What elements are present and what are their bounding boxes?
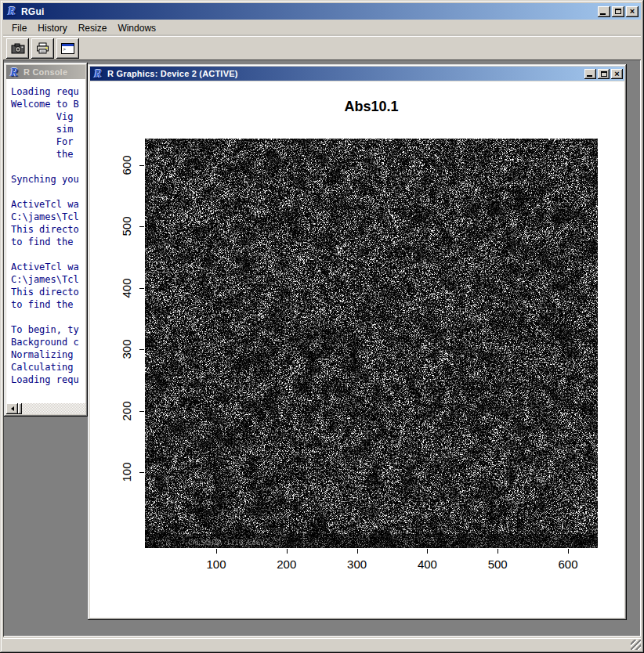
console-line: Loading requ: [11, 85, 85, 98]
console-line: C:\james\Tcl: [11, 273, 85, 286]
maximize-button[interactable]: [612, 6, 624, 17]
x-axis-tick: [216, 549, 217, 554]
y-axis-tick: [139, 165, 144, 166]
maximize-icon: [601, 71, 607, 77]
close-icon: ×: [614, 70, 619, 78]
console-line: Synching you: [11, 173, 85, 186]
graphics-maximize-button[interactable]: [598, 69, 610, 79]
menu-file[interactable]: File: [6, 21, 32, 35]
x-axis-tick: [568, 549, 569, 554]
console-line: [11, 248, 85, 261]
x-axis-tick-label: 300: [340, 557, 374, 571]
minimize-icon: [587, 75, 592, 77]
graphics-minimize-button[interactable]: [584, 69, 596, 79]
y-axis-tick: [139, 411, 144, 412]
console-line: to find the: [11, 236, 85, 248]
main-titlebar[interactable]: R RGui ×: [3, 3, 641, 20]
console-line: ActiveTcl wa: [11, 261, 85, 273]
y-axis-tick: [139, 472, 144, 473]
console-titlebar[interactable]: R R Console: [6, 65, 85, 79]
y-axis-tick-label: 600: [120, 148, 132, 182]
minimize-icon: [600, 13, 606, 15]
console-text[interactable]: Loading requWelcome to B Vig sim For the…: [6, 79, 85, 403]
menubar: File History Resize Windows: [3, 20, 641, 36]
scroll-left-button[interactable]: [6, 403, 18, 414]
y-axis-tick-label: 200: [120, 394, 132, 428]
console-window-title: R Console: [24, 67, 67, 77]
graphics-close-button[interactable]: ×: [611, 69, 623, 79]
r-logo-icon: R: [8, 67, 20, 78]
graphics-device-body: Abs10.1 10020030040050060010020030040050…: [90, 81, 624, 618]
console-button[interactable]: >: [56, 38, 79, 59]
y-axis-tick-label: 400: [120, 271, 132, 305]
r-logo-icon: R: [5, 5, 18, 17]
x-axis-tick: [427, 549, 428, 554]
minimize-button[interactable]: [598, 6, 610, 17]
x-axis-tick-label: 400: [410, 557, 444, 571]
graphics-window-title: R Graphics: Device 2 (ACTIVE): [107, 69, 238, 78]
console-line: Loading requ: [11, 373, 85, 386]
x-axis-tick: [287, 549, 288, 554]
console-line: Vig: [11, 110, 85, 123]
console-line: ActiveTcl wa: [11, 198, 85, 211]
y-axis-tick: [139, 288, 144, 289]
scroll-left-arrow-icon: [11, 406, 14, 411]
console-line: C:\james\Tcl: [11, 211, 85, 223]
console-line: [11, 311, 85, 323]
console-line: For: [11, 135, 85, 148]
console-line: the: [11, 148, 85, 161]
plot-area: Abs10.1 10020030040050060010020030040050…: [90, 81, 624, 618]
y-axis-tick-label: 500: [120, 209, 132, 244]
x-axis-tick: [497, 549, 498, 554]
y-axis-tick: [139, 226, 144, 227]
x-axis-tick-label: 200: [270, 557, 304, 571]
graphics-window: R R Graphics: Device 2 (ACTIVE) × Abs10.…: [88, 64, 627, 620]
status-bar: [3, 638, 641, 650]
toolbar: >: [3, 36, 641, 60]
r-logo-icon: R: [92, 68, 104, 80]
console-line: Background c: [11, 336, 85, 348]
x-axis-tick-label: 600: [551, 557, 585, 571]
y-axis-tick: [139, 349, 144, 350]
console-line: This directo: [11, 286, 85, 298]
print-button[interactable]: [31, 38, 54, 59]
menu-history[interactable]: History: [32, 21, 72, 35]
mdi-client-area: R R Console Loading requWelcome to B Vig…: [3, 60, 641, 637]
plot-title: Abs10.1: [145, 99, 598, 115]
maximize-icon: [615, 9, 621, 14]
camera-icon: [11, 43, 25, 54]
console-horizontal-scrollbar[interactable]: [6, 403, 85, 414]
copy-to-clipboard-button[interactable]: [6, 38, 29, 59]
console-line: [11, 186, 85, 198]
svg-text:>: >: [63, 45, 67, 51]
console-line: sim: [11, 123, 85, 135]
console-line: Welcome to B: [11, 98, 85, 110]
console-window: R R Console Loading requWelcome to B Vig…: [4, 63, 88, 417]
x-axis-tick-label: 100: [199, 557, 233, 571]
menu-resize[interactable]: Resize: [73, 21, 113, 35]
x-axis-tick-label: 500: [480, 557, 515, 571]
resize-grip-icon[interactable]: [631, 640, 641, 650]
menu-windows[interactable]: Windows: [112, 21, 161, 35]
console-line: This directo: [11, 223, 85, 236]
console-line: Normalizing: [11, 348, 85, 361]
graphics-titlebar[interactable]: R R Graphics: Device 2 (ACTIVE) ×: [90, 67, 624, 81]
y-axis-tick-label: 300: [120, 332, 132, 366]
console-line: to find the: [11, 298, 85, 311]
scrollbar-track[interactable]: [22, 403, 85, 414]
microarray-image: [145, 139, 598, 548]
printer-icon: [36, 42, 50, 54]
rgui-main-window: R RGui × File History Resize Windows: [0, 0, 644, 653]
y-axis-tick-label: 100: [120, 455, 132, 489]
x-axis-tick: [357, 549, 358, 554]
console-line: [11, 161, 85, 173]
close-icon: ×: [630, 7, 635, 16]
main-window-title: RGui: [21, 6, 44, 17]
console-line: To begin, ty: [11, 323, 85, 336]
close-button[interactable]: ×: [626, 6, 639, 17]
console-line: Calculating: [11, 361, 85, 373]
console-window-icon: >: [61, 43, 74, 54]
